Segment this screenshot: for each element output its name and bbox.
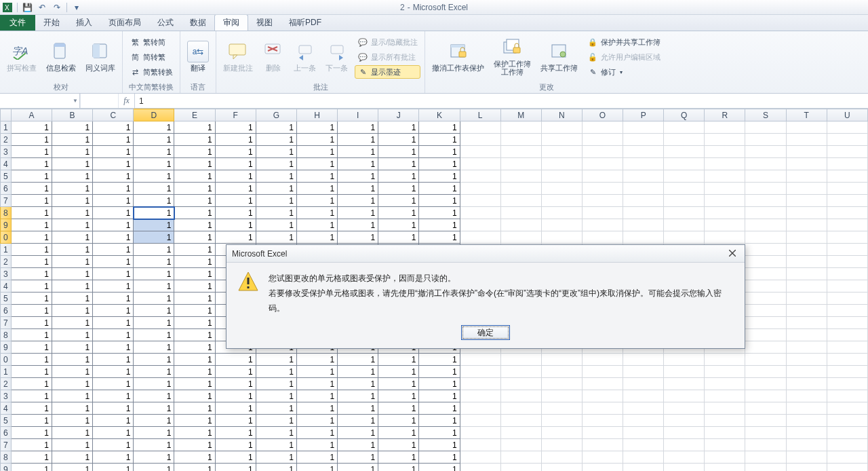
col-header[interactable]: Q (664, 109, 705, 121)
row-header[interactable]: 2 (1, 134, 12, 146)
row-header[interactable]: 1 (1, 244, 12, 256)
tab-data[interactable]: 数据 (182, 14, 214, 31)
cell[interactable]: 1 (52, 305, 93, 317)
cell[interactable]: 1 (52, 402, 93, 415)
cell[interactable]: 1 (419, 451, 460, 464)
cell[interactable]: 1 (11, 390, 52, 402)
cell[interactable] (582, 219, 623, 231)
cell[interactable] (705, 415, 745, 427)
cell[interactable] (460, 231, 500, 244)
cell[interactable]: 1 (174, 354, 215, 366)
cell[interactable]: 1 (215, 427, 256, 439)
cell[interactable]: 1 (378, 439, 419, 451)
cell[interactable]: 1 (215, 207, 256, 219)
cell[interactable] (745, 280, 786, 293)
cell[interactable]: 1 (52, 427, 93, 439)
cell[interactable] (827, 439, 867, 451)
cell[interactable]: 1 (256, 378, 296, 390)
cell[interactable] (460, 390, 500, 402)
cell[interactable]: 1 (174, 158, 215, 170)
cell[interactable] (623, 195, 664, 207)
cell[interactable]: 1 (134, 134, 174, 146)
cell[interactable] (745, 341, 786, 354)
cell[interactable] (827, 256, 867, 268)
cell[interactable] (827, 366, 867, 378)
col-header[interactable]: E (174, 109, 215, 121)
cell[interactable] (541, 121, 582, 134)
cell[interactable] (705, 195, 745, 207)
undo-icon[interactable]: ↶ (36, 1, 48, 14)
cell[interactable] (786, 415, 827, 427)
cell[interactable]: 1 (296, 378, 337, 390)
cell[interactable]: 1 (174, 183, 215, 195)
cell[interactable] (745, 256, 786, 268)
row-header[interactable]: 5 (1, 415, 12, 427)
cell[interactable]: 1 (215, 146, 256, 158)
cell[interactable]: 1 (338, 170, 378, 183)
cell[interactable] (582, 378, 623, 390)
cell[interactable] (623, 415, 664, 427)
cell[interactable] (827, 464, 867, 472)
cell[interactable]: 1 (256, 366, 296, 378)
row-header[interactable]: 6 (1, 305, 12, 317)
cell[interactable]: 1 (215, 158, 256, 170)
cell[interactable] (460, 415, 500, 427)
excel-icon[interactable]: X (1, 1, 14, 14)
cell[interactable]: 1 (256, 390, 296, 402)
cell[interactable] (500, 207, 541, 219)
cell[interactable]: 1 (52, 317, 93, 329)
cell[interactable] (705, 390, 745, 402)
cell[interactable]: 1 (419, 415, 460, 427)
track-changes-button[interactable]: ✎修订▾ (585, 65, 663, 79)
cell[interactable]: 1 (296, 415, 337, 427)
cell[interactable] (460, 378, 500, 390)
protect-share-button[interactable]: 🔒保护并共享工作簿 (585, 35, 663, 49)
cell[interactable] (582, 158, 623, 170)
cell[interactable]: 1 (93, 134, 134, 146)
spelling-button[interactable]: 字A 拼写检查 (4, 34, 39, 79)
cell[interactable]: 1 (378, 415, 419, 427)
cell[interactable]: 1 (93, 293, 134, 305)
cell[interactable]: 1 (338, 378, 378, 390)
cell[interactable] (786, 268, 827, 280)
redo-icon[interactable]: ↷ (51, 1, 63, 14)
cell[interactable] (541, 219, 582, 231)
cell[interactable] (786, 439, 827, 451)
cell[interactable]: 1 (11, 146, 52, 158)
cell[interactable]: 1 (378, 219, 419, 231)
cell[interactable] (745, 366, 786, 378)
cell[interactable]: 1 (256, 439, 296, 451)
cell[interactable]: 1 (11, 378, 52, 390)
cell[interactable]: 1 (419, 378, 460, 390)
row-header[interactable]: 3 (1, 390, 12, 402)
cell[interactable] (460, 402, 500, 415)
cell[interactable]: 1 (52, 341, 93, 354)
cell[interactable] (623, 183, 664, 195)
cell[interactable] (460, 439, 500, 451)
cell[interactable] (460, 464, 500, 472)
cell[interactable]: 1 (338, 146, 378, 158)
cell[interactable]: 1 (338, 231, 378, 244)
cell[interactable] (500, 415, 541, 427)
col-header[interactable]: O (582, 109, 623, 121)
cell[interactable]: 1 (419, 439, 460, 451)
cell[interactable] (582, 207, 623, 219)
cell[interactable] (745, 158, 786, 170)
cell[interactable] (786, 256, 827, 268)
cell[interactable] (500, 134, 541, 146)
cell[interactable] (827, 195, 867, 207)
cell[interactable] (460, 146, 500, 158)
cell[interactable]: 1 (134, 451, 174, 464)
cell[interactable]: 1 (338, 219, 378, 231)
cell[interactable]: 1 (134, 256, 174, 268)
col-header[interactable]: M (500, 109, 541, 121)
cell[interactable] (623, 219, 664, 231)
cell[interactable]: 1 (378, 402, 419, 415)
cell[interactable] (827, 341, 867, 354)
cell[interactable] (623, 354, 664, 366)
cell[interactable]: 1 (174, 402, 215, 415)
cell[interactable]: 1 (11, 451, 52, 464)
cell[interactable]: 1 (93, 170, 134, 183)
cell[interactable] (745, 329, 786, 341)
row-header[interactable]: 4 (1, 402, 12, 415)
